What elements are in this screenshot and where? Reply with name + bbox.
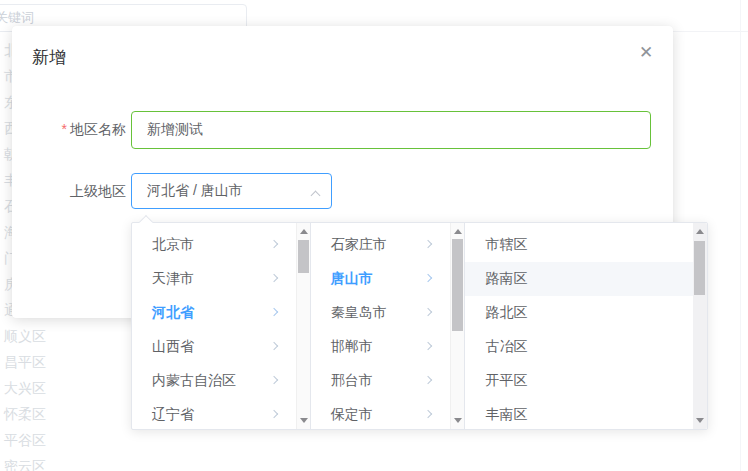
cascader-option-label: 路南区 [485,270,527,288]
scroll-up-arrow-icon[interactable] [696,229,704,234]
cascader-option-label: 邯郸市 [331,338,373,356]
chevron-right-icon [425,241,432,248]
close-icon[interactable]: ✕ [636,43,656,63]
cascader-option[interactable]: 邢台市 [311,364,465,398]
scroll-down-arrow-icon[interactable] [300,418,308,423]
scroll-up-arrow-icon[interactable] [300,229,308,234]
chevron-right-icon [271,241,278,248]
cascader-option[interactable]: 北京市 [132,228,310,262]
cascader-option-label: 石家庄市 [331,236,387,254]
screen: 关键词 北京市市辖区东城区西城区朝阳区丰台区石景山区海淀区门头沟区房山区通州区顺… [0,0,748,471]
region-name-input[interactable] [131,111,651,149]
chevron-right-icon [425,309,432,316]
cascader-option-label: 辽宁省 [152,406,194,424]
cascader-option[interactable]: 保定市 [311,398,465,429]
scrollbar[interactable] [296,223,310,429]
scrollbar-thumb[interactable] [298,240,309,273]
cascader-option-label: 唐山市 [331,270,373,288]
cascader-option-label: 内蒙古自治区 [152,372,236,390]
chevron-right-icon [271,343,278,350]
chevron-right-icon [271,377,278,384]
background-tree-item: 怀柔区 [4,404,46,424]
region-name-label: *地区名称 [18,110,126,148]
cascader-option[interactable]: 市辖区 [465,228,707,262]
cascader-option-label: 保定市 [331,406,373,424]
chevron-right-icon [271,309,278,316]
cascader-option-label: 天津市 [152,270,194,288]
cascader-dropdown: 北京市天津市河北省山西省内蒙古自治区辽宁省石家庄市唐山市秦皇岛市邯郸市邢台市保定… [131,222,708,430]
cascader-option[interactable]: 天津市 [132,262,310,296]
required-asterisk: * [62,121,67,137]
cascader-option-label: 北京市 [152,236,194,254]
background-tree-item: 密云区 [4,456,46,471]
cascader-option[interactable]: 秦皇岛市 [311,296,465,330]
cascader-option[interactable]: 古冶区 [465,330,707,364]
cascader-columns: 北京市天津市河北省山西省内蒙古自治区辽宁省石家庄市唐山市秦皇岛市邯郸市邢台市保定… [132,223,707,429]
keyword-placeholder: 关键词 [0,9,34,27]
cascader-option[interactable]: 唐山市 [311,262,465,296]
background-tree-item: 平谷区 [4,430,46,450]
chevron-up-icon [312,190,320,198]
chevron-right-icon [425,411,432,418]
cascader-option[interactable]: 辽宁省 [132,398,310,429]
cascader-option-label: 路北区 [485,304,527,322]
parent-region-value: 河北省 / 唐山市 [147,182,243,200]
background-tree-item: 昌平区 [4,352,46,372]
background-tree-item: 大兴区 [4,378,46,398]
chevron-right-icon [271,411,278,418]
scrollbar[interactable] [450,223,464,429]
scroll-up-arrow-icon[interactable] [454,229,462,234]
cascader-option[interactable]: 石家庄市 [311,228,465,262]
cascader-option-label: 秦皇岛市 [331,304,387,322]
cascader-option-label: 山西省 [152,338,194,356]
cascader-option[interactable]: 路北区 [465,296,707,330]
cascader-option[interactable]: 内蒙古自治区 [132,364,310,398]
cascader-option-label: 丰南区 [485,406,527,424]
cascader-option[interactable]: 丰南区 [465,398,707,429]
cascader-column-2: 石家庄市唐山市秦皇岛市邯郸市邢台市保定市 [311,223,466,429]
chevron-right-icon [425,275,432,282]
cascader-option-label: 河北省 [152,304,194,322]
cascader-option[interactable]: 路南区 [465,262,707,296]
scroll-down-arrow-icon[interactable] [696,418,704,423]
background-column-border [740,0,741,471]
scrollbar[interactable] [693,223,707,429]
cascader-option[interactable]: 邯郸市 [311,330,465,364]
cascader-option[interactable]: 山西省 [132,330,310,364]
parent-region-label: 上级地区 [18,172,126,210]
chevron-right-icon [425,377,432,384]
cascader-option-label: 邢台市 [331,372,373,390]
dialog-title: 新增 [32,46,66,69]
cascader-column-1: 北京市天津市河北省山西省内蒙古自治区辽宁省 [132,223,311,429]
chevron-right-icon [425,343,432,350]
background-tree-item: 顺义区 [4,326,46,346]
cascader-option-label: 开平区 [485,372,527,390]
chevron-right-icon [271,275,278,282]
scrollbar-thumb[interactable] [694,241,705,295]
cascader-option-label: 古冶区 [485,338,527,356]
scrollbar-thumb[interactable] [452,239,463,331]
cascader-option[interactable]: 开平区 [465,364,707,398]
scroll-down-arrow-icon[interactable] [454,418,462,423]
cascader-option[interactable]: 河北省 [132,296,310,330]
cascader-column-3: 市辖区路南区路北区古冶区开平区丰南区 [465,223,707,429]
cascader-option-label: 市辖区 [485,236,527,254]
parent-region-select[interactable]: 河北省 / 唐山市 [131,173,332,209]
